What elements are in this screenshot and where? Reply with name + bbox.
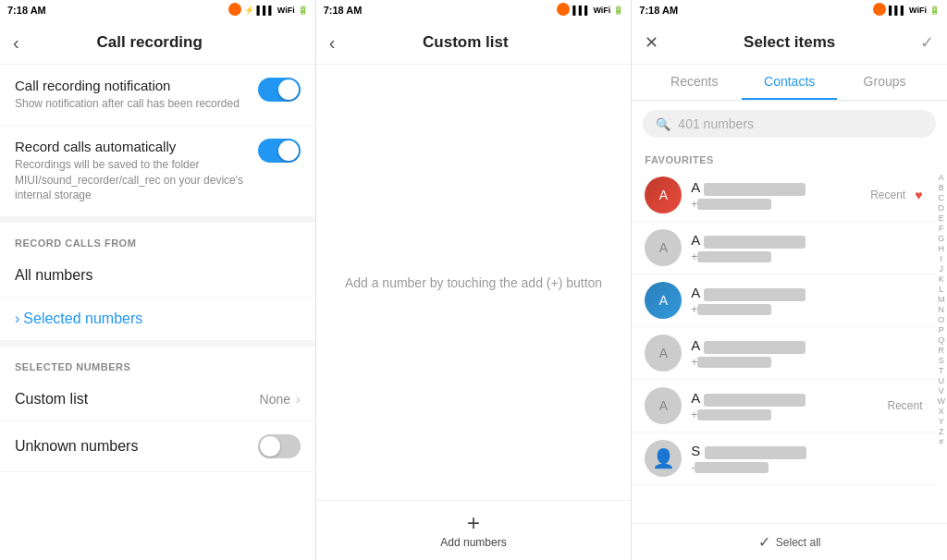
alpha-F[interactable]: F — [939, 224, 944, 233]
custom-list-value: None — [260, 392, 290, 407]
contact-row-2[interactable]: A A + — [632, 222, 935, 274]
alpha-X[interactable]: X — [939, 407, 944, 416]
add-plus-icon: + — [467, 512, 480, 534]
signal-icon: ▌▌▌ — [257, 6, 275, 15]
status-bar-1: 7:18 AM ⚡ ▌▌▌ WiFi 🔋 — [0, 0, 315, 20]
tabs-row: Recents Contacts Groups — [632, 65, 947, 101]
orange-indicator-3 — [873, 3, 886, 18]
back-button-2[interactable]: ‹ — [329, 33, 336, 52]
back-button-1[interactable]: ‹ — [13, 33, 19, 52]
setting-notification: Call recording notification Show notific… — [0, 65, 315, 126]
select-items-panel: 7:18 AM ▌▌▌ WiFi 🔋 ✕ Select items ✓ Rece… — [632, 0, 947, 560]
avatar-3: A — [645, 282, 682, 319]
alpha-R[interactable]: R — [939, 346, 945, 355]
alpha-K[interactable]: K — [939, 274, 944, 284]
unknown-numbers-label: Unknown numbers — [15, 438, 258, 455]
bluetooth-icon: ⚡ — [244, 6, 254, 15]
status-bar-2: 7:18 AM ▌▌▌ WiFi 🔋 — [316, 0, 632, 20]
alphabet-sidebar[interactable]: A B C D E F G H I J K L M N O P Q R S T … — [936, 169, 947, 523]
tab-groups[interactable]: Groups — [837, 65, 932, 100]
alpha-hash[interactable]: # — [939, 437, 943, 446]
option-custom-list[interactable]: Custom list None › — [0, 378, 315, 421]
select-all-button[interactable]: ✓ Select all — [632, 523, 947, 560]
notification-desc: Show notification after call has been re… — [15, 96, 247, 112]
alpha-Z[interactable]: Z — [939, 427, 944, 436]
signal-icon-2: ▌▌▌ — [572, 6, 590, 15]
auto-record-toggle[interactable] — [258, 139, 301, 163]
option-unknown-numbers: Unknown numbers — [0, 421, 315, 472]
search-icon: 🔍 — [656, 117, 670, 131]
alpha-T[interactable]: T — [939, 366, 944, 375]
confirm-button[interactable]: ✓ — [920, 32, 934, 53]
alpha-H[interactable]: H — [939, 244, 945, 253]
contact-name-4: A — [691, 337, 922, 353]
alpha-C[interactable]: C — [939, 193, 945, 202]
alpha-O[interactable]: O — [938, 315, 944, 324]
alpha-A[interactable]: A — [939, 173, 944, 182]
close-button[interactable]: ✕ — [645, 32, 658, 53]
toggle-thumb-2 — [278, 140, 299, 161]
avatar-5: A — [645, 387, 682, 424]
alpha-U[interactable]: U — [939, 376, 945, 385]
auto-record-desc: Recordings will be saved to the folder M… — [15, 157, 247, 203]
option-selected-numbers[interactable]: › Selected numbers — [0, 298, 315, 341]
add-numbers-button[interactable]: + Add numbers — [316, 500, 632, 560]
alpha-E[interactable]: E — [939, 213, 944, 223]
alpha-L[interactable]: L — [939, 285, 943, 294]
contact-row-4[interactable]: A A + — [632, 327, 935, 380]
alpha-S[interactable]: S — [939, 356, 944, 365]
select-all-check-icon: ✓ — [758, 533, 770, 551]
call-recording-header: ‹ Call recording — [0, 20, 315, 65]
contact-row-1[interactable]: A A + Recent ♥ — [632, 169, 935, 222]
alpha-I[interactable]: I — [941, 254, 943, 263]
toggle-thumb-1 — [278, 79, 299, 100]
status-time-2: 7:18 AM — [324, 5, 363, 16]
alpha-N[interactable]: N — [939, 305, 945, 314]
toggle-track-2[interactable] — [258, 139, 301, 163]
battery-icon-3: 🔋 — [929, 6, 940, 15]
contact-row-5[interactable]: A A + Recent — [632, 380, 935, 432]
contact-name-2: A — [691, 232, 922, 248]
custom-list-label: Custom list — [15, 391, 260, 408]
section-record-from: RECORD CALLS FROM — [0, 223, 315, 254]
contact-num-2: + — [691, 250, 922, 263]
toggle-track-1[interactable] — [258, 78, 301, 102]
contact-row-6[interactable]: 👤 S - — [632, 432, 935, 485]
recent-badge-5: Recent — [887, 399, 922, 412]
tab-recents[interactable]: Recents — [646, 65, 742, 100]
alpha-Y[interactable]: Y — [939, 417, 944, 426]
notification-title: Call recording notification — [15, 78, 247, 93]
recent-badge-1: Recent — [870, 189, 905, 201]
alpha-B[interactable]: B — [939, 183, 944, 192]
notification-toggle[interactable] — [258, 78, 301, 102]
select-all-label: Select all — [776, 536, 821, 549]
status-icons-3: ▌▌▌ WiFi 🔋 — [873, 3, 940, 18]
alpha-M[interactable]: M — [938, 295, 945, 304]
alpha-W[interactable]: W — [938, 396, 946, 406]
contact-row-3[interactable]: A A + — [632, 274, 935, 327]
search-placeholder: 401 numbers — [678, 116, 754, 131]
add-numbers-label: Add numbers — [440, 536, 506, 549]
contact-name-6: S — [691, 443, 922, 458]
option-all-numbers[interactable]: All numbers — [0, 254, 315, 298]
favourites-label: FAVOURITES — [632, 147, 947, 169]
alpha-V[interactable]: V — [939, 386, 944, 396]
alpha-P[interactable]: P — [939, 325, 944, 335]
tab-contacts[interactable]: Contacts — [742, 65, 837, 100]
call-recording-title: Call recording — [19, 33, 280, 52]
alpha-D[interactable]: D — [939, 203, 945, 213]
toggle-track-3[interactable] — [258, 434, 301, 458]
search-bar[interactable]: 🔍 401 numbers — [643, 110, 936, 138]
custom-list-header: ‹ Custom list — [316, 20, 632, 65]
select-items-header: ✕ Select items ✓ — [632, 20, 947, 65]
alpha-J[interactable]: J — [940, 264, 944, 274]
setting-auto-record: Record calls automatically Recordings wi… — [0, 126, 315, 217]
battery-icon: 🔋 — [298, 6, 308, 15]
auto-record-title: Record calls automatically — [15, 139, 247, 154]
custom-list-panel: 7:18 AM ▌▌▌ WiFi 🔋 ‹ Custom list Add a n… — [316, 0, 633, 560]
alpha-G[interactable]: G — [938, 234, 944, 243]
avatar-1: A — [645, 177, 682, 213]
alpha-Q[interactable]: Q — [938, 335, 944, 345]
unknown-toggle[interactable] — [258, 434, 301, 458]
contacts-list: A A + Recent ♥ A A + — [632, 169, 935, 523]
